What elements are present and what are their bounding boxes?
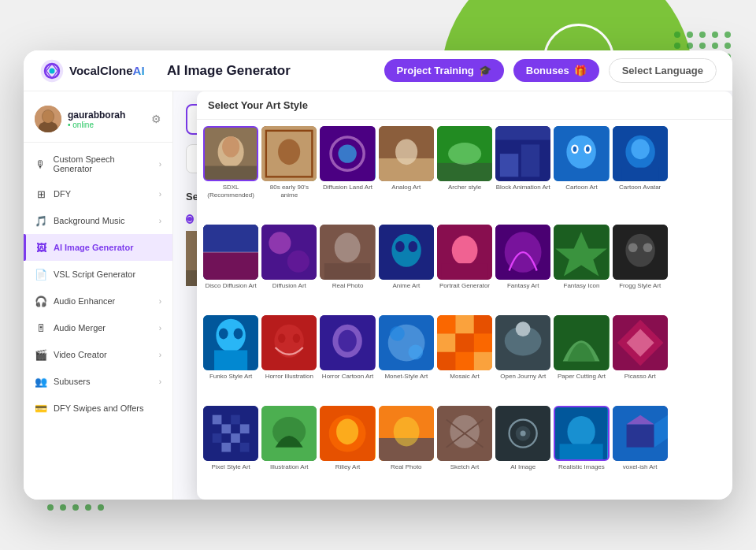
- sidebar-item-audio-enhancer[interactable]: 🎧 Audio Enhancer ›: [24, 288, 172, 314]
- svg-point-58: [269, 232, 291, 254]
- language-button[interactable]: Select Language: [609, 58, 717, 83]
- svg-point-92: [390, 326, 405, 341]
- svg-point-61: [335, 232, 361, 262]
- svg-point-51: [631, 139, 649, 159]
- style-label: Monet-Style Art: [384, 373, 428, 381]
- main-content: Select Your Art Sty... SDXL (Recommended…: [173, 91, 732, 500]
- svg-rect-42: [495, 126, 550, 140]
- style-paper[interactable]: Paper Cutting Art: [554, 315, 609, 403]
- style-label: SDXL (Recommended): [203, 184, 258, 199]
- svg-rect-100: [474, 333, 492, 351]
- sidebar-item-subusers[interactable]: 👥 Subusers ›: [24, 368, 172, 395]
- style-analog[interactable]: Analog Art: [379, 126, 434, 221]
- style-block[interactable]: Block Animation Art: [495, 126, 550, 221]
- style-real-photo[interactable]: Real Photo: [320, 225, 375, 312]
- style-anime[interactable]: Anime Art: [379, 225, 434, 312]
- user-status: online: [68, 121, 145, 129]
- style-disco[interactable]: Disco Diffusion Art: [203, 225, 258, 312]
- svg-point-135: [521, 430, 526, 436]
- style-label: Picasso Art: [624, 373, 656, 381]
- svg-rect-41: [521, 144, 539, 177]
- chevron-icon: ›: [159, 190, 161, 199]
- style-illustration[interactable]: Illustration Art: [261, 406, 317, 493]
- sidebar-item-background-music[interactable]: 🎵 Background Music ›: [24, 207, 172, 234]
- thumb-voxel: [613, 406, 668, 461]
- style-fantasy-icon[interactable]: Fantasy Icon: [554, 225, 609, 312]
- style-real-photo2[interactable]: Real Photo: [379, 406, 434, 493]
- svg-rect-113: [221, 424, 231, 433]
- sidebar-item-vsl[interactable]: 📄 VSL Script Generator: [24, 261, 172, 288]
- svg-rect-101: [437, 352, 455, 370]
- style-80s[interactable]: 80s early 90's anime: [261, 126, 317, 221]
- style-funko[interactable]: Funko Style Art: [203, 315, 258, 403]
- svg-point-84: [275, 324, 304, 357]
- style-portrait[interactable]: Portrait Generator: [437, 225, 492, 312]
- thumb-archer: [437, 126, 492, 181]
- thumb-sdxl: [203, 126, 258, 181]
- style-realistic[interactable]: Realistic Images: [554, 406, 609, 493]
- svg-point-77: [643, 243, 652, 252]
- sidebar-item-dfy[interactable]: ⊞ DFY ›: [24, 180, 172, 207]
- svg-rect-82: [214, 350, 247, 370]
- nav-label: Custom Speech Generator: [53, 154, 152, 173]
- svg-point-6: [43, 110, 54, 123]
- style-monet[interactable]: Monet-Style Art: [379, 315, 434, 403]
- style-label: Funko Style Art: [209, 373, 252, 381]
- svg-point-32: [339, 144, 357, 162]
- style-frogg[interactable]: Frogg Style Art: [613, 225, 668, 312]
- sidebar-item-audio-merger[interactable]: 🎚 Audio Merger ›: [24, 314, 172, 341]
- settings-icon[interactable]: ⚙: [151, 113, 161, 125]
- style-picasso[interactable]: Picasso Art: [613, 315, 668, 403]
- svg-rect-95: [437, 315, 455, 333]
- style-ai-image[interactable]: AI Image: [495, 406, 550, 493]
- thumb-mosaic: [437, 315, 492, 370]
- main-window: VocalCloneAI AI Image Generator Project …: [24, 50, 732, 500]
- chevron-icon: ›: [159, 324, 161, 333]
- style-diffusion-art[interactable]: Diffusion Art: [261, 225, 317, 312]
- style-label: Block Animation Art: [496, 184, 550, 191]
- sidebar-item-custom-speech[interactable]: 🎙 Custom Speech Generator ›: [24, 147, 172, 180]
- svg-point-47: [573, 147, 577, 152]
- style-horror-cartoon[interactable]: Horror Cartoon Art: [320, 315, 375, 403]
- style-sdxl[interactable]: SDXL (Recommended): [203, 126, 258, 221]
- svg-rect-138: [560, 444, 603, 459]
- thumb-disco: [203, 225, 258, 280]
- svg-rect-140: [626, 424, 654, 447]
- style-label: Real Photo: [391, 463, 422, 471]
- style-label: Horror Illustration: [265, 373, 313, 381]
- sidebar-item-dfy-swipes[interactable]: 💳 DFY Swipes and Offers: [24, 395, 172, 422]
- bonuses-button[interactable]: Bonuses 🎁: [513, 59, 599, 82]
- svg-point-124: [337, 418, 359, 444]
- svg-point-76: [628, 243, 637, 252]
- sidebar-item-ai-image[interactable]: 🖼 AI Image Generator: [24, 234, 172, 261]
- style-horror[interactable]: Horror Illustration: [261, 315, 317, 403]
- style-fantasy[interactable]: Fantasy Art: [495, 225, 550, 312]
- nav-label: Audio Merger: [54, 323, 106, 333]
- thumb-realphoto: [320, 225, 375, 280]
- page-title: AI Image Generator: [159, 63, 375, 79]
- svg-point-127: [393, 417, 419, 446]
- style-label: Archer style: [448, 184, 481, 191]
- style-voxel[interactable]: voxel-ish Art: [613, 406, 668, 493]
- user-info: gaurabborah online: [68, 110, 145, 129]
- sidebar-item-video[interactable]: 🎬 Video Creator ›: [24, 341, 172, 368]
- style-pixel[interactable]: Pixel Style Art: [203, 406, 258, 493]
- style-diffusion-land[interactable]: Diffusion Land Art: [320, 126, 375, 221]
- style-label: Sketch Art: [450, 463, 479, 471]
- style-open-journy[interactable]: Open Journy Art: [495, 315, 550, 403]
- svg-rect-55: [203, 252, 258, 280]
- svg-point-64: [391, 233, 421, 266]
- style-sketch[interactable]: Sketch Art: [437, 406, 492, 493]
- project-training-button[interactable]: Project Training 🎓: [384, 59, 504, 82]
- style-mosaic[interactable]: Mosaic Art: [437, 315, 492, 403]
- custom-speech-icon: 🎙: [35, 158, 46, 170]
- nav-label: Background Music: [54, 216, 125, 225]
- style-cartoon-avatar[interactable]: Cartoon Avatar: [613, 126, 668, 221]
- style-riley[interactable]: Rilley Art: [320, 406, 375, 493]
- thumb-diffusion: [320, 126, 375, 181]
- style-cartoon[interactable]: Cartoon Art: [554, 126, 609, 221]
- style-archer[interactable]: Archer style: [437, 126, 492, 221]
- svg-point-65: [395, 241, 405, 252]
- svg-rect-52: [621, 168, 658, 182]
- radio-sdxl[interactable]: [186, 214, 194, 224]
